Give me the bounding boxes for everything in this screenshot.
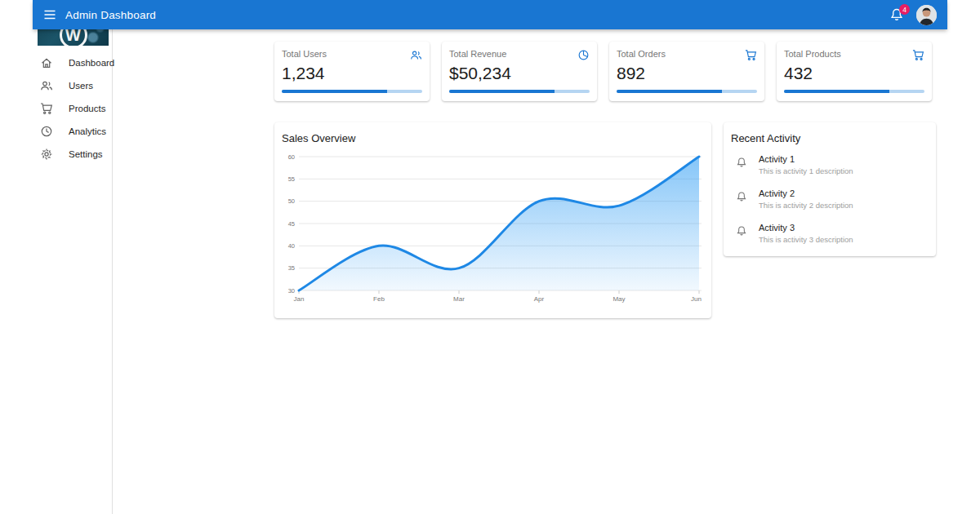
activity-item-title: Activity 1 — [759, 154, 853, 164]
stat-label: Total Revenue — [449, 49, 506, 59]
list-item[interactable]: Activity 2 This is activity 2 descriptio… — [724, 184, 936, 218]
sales-overview-card: Sales Overview 30354045505560JanFebMarAp… — [274, 122, 711, 318]
sidebar-item-label: Settings — [69, 149, 103, 159]
stat-card-total-users: Total Users 1,234 — [274, 42, 430, 101]
progress-bar — [282, 90, 422, 93]
sidebar-item-users[interactable]: Users — [0, 74, 112, 97]
sidebar: Dashboard Users Products Analytics Setti… — [0, 0, 113, 514]
avatar-photo — [916, 5, 937, 25]
cart-icon — [912, 49, 924, 61]
sidebar-item-dashboard[interactable]: Dashboard — [0, 51, 112, 74]
avatar[interactable] — [916, 5, 937, 25]
stat-card-total-revenue: Total Revenue $50,234 — [442, 42, 597, 101]
home-icon — [40, 56, 53, 69]
stat-card-total-orders: Total Orders 892 — [609, 42, 764, 101]
activity-item-description: This is activity 1 description — [759, 166, 853, 175]
stat-card-total-products: Total Products 432 — [777, 42, 932, 101]
progress-fill — [784, 90, 889, 93]
stat-label: Total Orders — [617, 49, 666, 59]
sidebar-nav: Dashboard Users Products Analytics Setti… — [0, 51, 112, 166]
svg-text:30: 30 — [288, 287, 295, 295]
svg-text:60: 60 — [288, 153, 295, 161]
svg-text:Jan: Jan — [294, 295, 305, 303]
progress-bar — [449, 90, 590, 93]
svg-text:Jun: Jun — [691, 295, 702, 303]
svg-text:35: 35 — [288, 264, 295, 272]
stat-value: 1,234 — [282, 64, 422, 83]
logo-letter: W — [65, 27, 81, 43]
bell-icon — [736, 191, 747, 202]
menu-icon[interactable] — [43, 8, 56, 21]
svg-text:45: 45 — [288, 220, 295, 228]
activity-item-description: This is activity 2 description — [759, 201, 853, 210]
sales-line-chart: 30354045505560JanFebMarAprMayJun — [274, 122, 711, 318]
activity-item-title: Activity 2 — [759, 188, 853, 198]
app-bar: Admin Dashboard 4 — [33, 0, 947, 29]
cart-icon — [40, 102, 53, 115]
sidebar-item-label: Users — [69, 81, 93, 91]
progress-bar — [617, 90, 757, 93]
sidebar-item-settings[interactable]: Settings — [0, 143, 112, 166]
activity-item-title: Activity 3 — [759, 223, 853, 233]
progress-fill — [282, 90, 387, 93]
stat-value: $50,234 — [449, 64, 590, 83]
pie-chart-icon — [577, 49, 590, 61]
list-item[interactable]: Activity 1 This is activity 1 descriptio… — [724, 149, 936, 184]
svg-text:May: May — [612, 295, 625, 303]
bell-icon — [736, 157, 747, 168]
app-title: Admin Dashboard — [65, 9, 156, 21]
notifications-button[interactable]: 4 — [889, 7, 904, 22]
activity-list: Activity 1 This is activity 1 descriptio… — [724, 149, 936, 252]
svg-text:Apr: Apr — [534, 295, 545, 303]
svg-text:Feb: Feb — [373, 295, 385, 303]
sidebar-item-label: Analytics — [69, 126, 106, 136]
progress-fill — [449, 90, 555, 93]
stat-value: 432 — [784, 64, 924, 83]
gear-icon — [40, 148, 53, 161]
sidebar-item-products[interactable]: Products — [0, 97, 112, 120]
list-item[interactable]: Activity 3 This is activity 3 descriptio… — [724, 218, 936, 252]
progress-bar — [784, 90, 924, 93]
stat-label: Total Users — [282, 49, 327, 59]
recent-activity-card: Recent Activity Activity 1 This is activ… — [724, 122, 936, 256]
users-icon — [410, 49, 422, 61]
svg-text:Mar: Mar — [453, 295, 465, 303]
sidebar-item-label: Products — [69, 104, 105, 113]
svg-text:55: 55 — [288, 175, 295, 183]
activity-title: Recent Activity — [731, 132, 800, 144]
bell-icon — [736, 225, 747, 237]
cart-icon — [745, 49, 757, 61]
stat-label: Total Products — [784, 49, 841, 59]
svg-text:50: 50 — [288, 197, 295, 205]
activity-item-description: This is activity 3 description — [759, 235, 853, 244]
progress-fill — [617, 90, 722, 93]
users-icon — [40, 79, 53, 92]
sidebar-item-label: Dashboard — [69, 58, 114, 68]
sidebar-item-analytics[interactable]: Analytics — [0, 120, 112, 143]
clock-icon — [40, 125, 53, 138]
stats-row: Total Users 1,234 Total Revenue $50,234 … — [274, 42, 932, 101]
svg-text:40: 40 — [288, 242, 295, 250]
notification-badge: 4 — [899, 4, 910, 15]
stat-value: 892 — [617, 64, 757, 83]
